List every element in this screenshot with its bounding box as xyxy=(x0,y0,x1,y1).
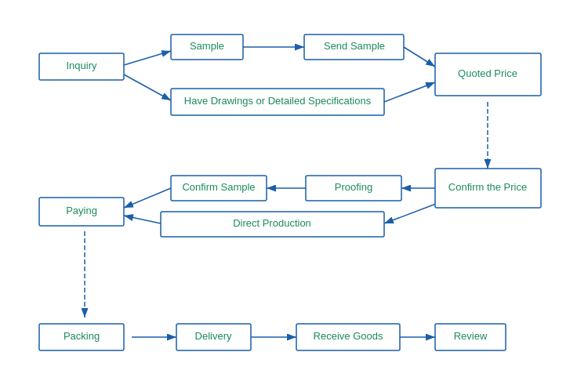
inquiry-label: Inquiry xyxy=(66,60,97,71)
svg-line-2 xyxy=(124,74,171,100)
review-label: Review xyxy=(454,330,488,342)
quoted-price-label: Quoted Price xyxy=(458,67,517,79)
confirm-sample-label: Confirm Sample xyxy=(182,181,255,193)
confirm-price-label: Confirm the Price xyxy=(448,181,527,193)
direct-production-label: Direct Production xyxy=(233,217,311,229)
svg-line-5 xyxy=(384,82,435,102)
delivery-label: Delivery xyxy=(195,330,232,342)
svg-line-4 xyxy=(404,47,435,67)
receive-goods-label: Receive Goods xyxy=(314,330,383,342)
have-drawings-label: Have Drawings or Detailed Specifications xyxy=(184,95,372,107)
paying-label: Paying xyxy=(66,205,97,216)
proofing-label: Proofing xyxy=(335,181,372,193)
svg-line-10 xyxy=(384,204,436,223)
svg-line-1 xyxy=(124,51,171,65)
sample-label: Sample xyxy=(190,40,224,52)
send-sample-label: Send Sample xyxy=(324,40,385,52)
svg-line-9 xyxy=(124,188,171,208)
packing-label: Packing xyxy=(64,330,100,342)
svg-line-11 xyxy=(124,216,161,223)
flowchart: Inquiry Sample Send Sample Have Drawings… xyxy=(0,0,588,392)
